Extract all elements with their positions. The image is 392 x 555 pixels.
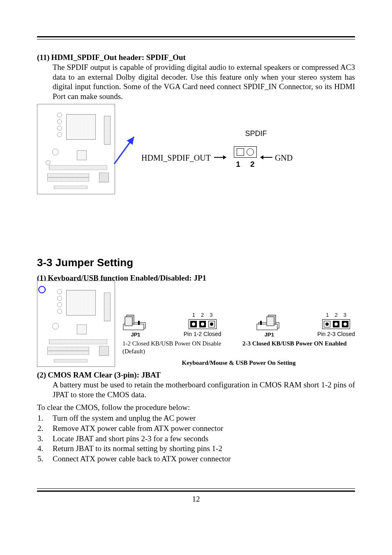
jumper-3d-icon — [122, 310, 149, 332]
jp1-location-marker-icon — [38, 286, 46, 293]
motherboard-diagram — [37, 104, 115, 194]
pin-box-23closed — [322, 319, 350, 329]
jp1-label-right: JP1 — [265, 332, 274, 338]
top-rule — [37, 36, 355, 39]
svg-rect-11 — [267, 317, 274, 326]
pin-1-square-icon — [237, 148, 244, 156]
pin-header-box — [234, 146, 257, 158]
pin-num-1a: 1 — [192, 312, 195, 318]
caption-center: Keyboard/Mouse & USB Power On Setting — [122, 359, 355, 367]
pin-num-2a: 2 — [201, 312, 204, 318]
caption-left: 1-2 Closed KB/USB Power ON Disable (Defa… — [122, 340, 235, 355]
bottom-rule — [37, 488, 355, 492]
section-11-num: (11) — [37, 53, 50, 62]
section-11-paragraph: The SPDIF output is capable of providing… — [53, 62, 355, 101]
step-5: Connect ATX power cable back to ATX powe… — [45, 454, 355, 464]
section-11-heading: (11) HDMI_SPDIF_Out header: SPDIF_Out — [37, 53, 355, 62]
svg-line-0 — [114, 137, 134, 164]
svg-rect-7 — [138, 321, 140, 325]
arrow-left-icon — [260, 153, 272, 163]
closed23-label: Pin 2-3 Closed — [317, 331, 355, 338]
page-number: 12 — [37, 494, 355, 504]
cmos-clear-steps: Turn off the system and unplug the AC po… — [39, 413, 355, 464]
spdif-header-label: SPDIF — [245, 129, 267, 138]
svg-rect-6 — [125, 317, 132, 326]
arrow-icon — [113, 133, 137, 166]
step-1: Turn off the system and unplug the AC po… — [45, 413, 355, 423]
svg-rect-12 — [260, 321, 262, 325]
hdmi-spdif-out-label: HDMI_SPDIF_OUT — [141, 153, 211, 163]
closed12-label: Pin 1-2 Closed — [184, 331, 221, 338]
pin-num-3a: 3 — [210, 312, 212, 318]
pin-2-label: 2 — [250, 159, 255, 169]
section-11-title: HDMI_SPDIF_Out header: SPDIF_Out — [51, 53, 186, 62]
motherboard-diagram-2 — [37, 281, 115, 367]
section-1-figure: JP1 1 2 3 Pin 1-2 Closed — [37, 281, 355, 367]
pin-box-12closed — [189, 319, 217, 329]
section-2-num: (2) — [37, 370, 46, 380]
jp1-label-left: JP1 — [131, 332, 140, 338]
step-3: Locate JBAT and short pins 2-3 for a few… — [45, 434, 355, 444]
caption-right: 2-3 Closed KB/USB Power ON Enabled — [242, 340, 355, 355]
arrow-right-icon — [214, 153, 226, 163]
jumper-3d-icon-2 — [256, 310, 282, 332]
step-2: Remove ATX power cable from ATX power co… — [45, 424, 355, 433]
cmos-clear-intro: To clear the CMOS, follow the procedure … — [37, 403, 355, 412]
h2-jumper-setting: 3-3 Jumper Setting — [37, 256, 355, 269]
step-4: Return JBAT to its normal setting by sho… — [45, 444, 355, 454]
pin-num-1b: 1 — [326, 312, 329, 318]
pin-1-label: 1 — [236, 159, 240, 169]
pin-num-2b: 2 — [334, 312, 337, 318]
pin-2-circle-icon — [247, 148, 254, 156]
section-2-heading: (2) CMOS RAM Clear (3-pin): JBAT — [37, 370, 355, 380]
section-2-title: CMOS RAM Clear (3-pin): JBAT — [48, 370, 161, 380]
gnd-label: GND — [275, 153, 293, 163]
section-2-paragraph: A battery must be used to retain the mot… — [53, 380, 355, 400]
pin-num-3b: 3 — [344, 312, 346, 318]
section-11-figure: SPDIF HDMI_SPDIF_OUT 1 2 — [37, 104, 355, 194]
